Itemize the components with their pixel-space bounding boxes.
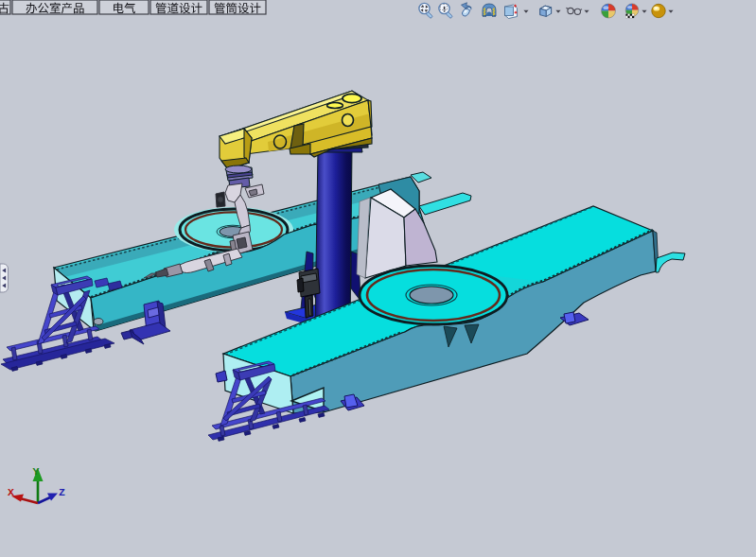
svg-text:Y: Y: [33, 465, 40, 478]
svg-text:X: X: [8, 486, 14, 498]
svg-text:Z: Z: [59, 486, 65, 498]
